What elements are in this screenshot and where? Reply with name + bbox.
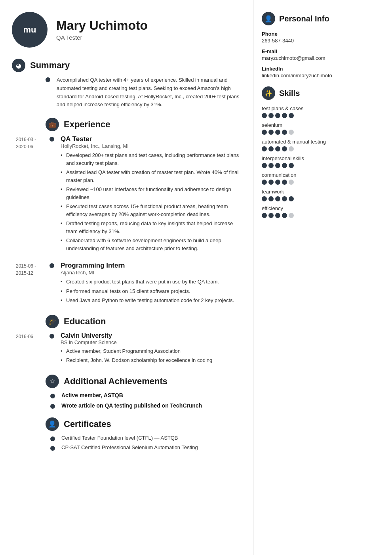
left-column: mu Mary Uchimoto QA Tester ◕ Summary Acc… [0, 0, 253, 555]
skill-dots [262, 180, 384, 185]
job-bullet: Used Java and Python to write testing au… [61, 297, 245, 304]
dot-filled [282, 130, 287, 135]
summary-bullet-dot [46, 77, 50, 82]
summary-icon: ◕ [12, 59, 25, 72]
summary-section: ◕ Summary Accomplished QA tester with 4+… [12, 59, 245, 109]
dot-filled [282, 146, 287, 151]
dot-filled [275, 146, 280, 151]
job-dot-1 [49, 137, 54, 142]
dot-filled [275, 113, 280, 118]
skill-dots [262, 163, 384, 168]
job-bullet: Created six product test plans that were… [61, 278, 245, 286]
phone-value: 269-587-3440 [262, 38, 384, 44]
skills-title: Skills [279, 89, 300, 98]
personal-info-title: Personal Info [279, 14, 329, 23]
edu-date-1: 2016-06 [16, 332, 49, 366]
job-bullet: Collaborated with 6 software development… [61, 237, 245, 252]
skill-name: interpersonal skills [262, 155, 384, 161]
dot-filled [275, 130, 280, 135]
skill-item-6: efficiency [262, 205, 384, 218]
achievement-item-1: Active member, ASTQB [12, 392, 245, 398]
job-bullet: Developed 200+ test plans and test cases… [61, 151, 245, 167]
skills-list: test plans & casesseleniumautomated & ma… [262, 105, 384, 218]
job-company-2: AljanaTech, MI [61, 270, 245, 276]
education-title: Education [64, 316, 106, 327]
email-value: maryzuchimoto@gmail.com [262, 55, 384, 61]
dot-filled [262, 180, 267, 185]
summary-text: Accomplished QA tester with 4+ years of … [57, 76, 245, 109]
job-bullet: Performed manual tests on 15 client soft… [61, 287, 245, 295]
experience-timeline: 2016-03 - 2020-06 QA Tester HollyRocket,… [12, 135, 245, 306]
dot-filled [289, 196, 294, 201]
dot-filled [268, 146, 274, 151]
experience-section-header: 💼 Experience [12, 118, 245, 131]
education-section: 🎓 Education 2016-06 Calvin University BS… [12, 315, 245, 366]
dot-filled [282, 163, 287, 168]
achievements-title: Additional Achievements [64, 376, 167, 387]
job-bullet: Reviewed ~100 user interfaces for functi… [61, 186, 245, 201]
cert-dot-2 [50, 446, 55, 451]
skill-name: automated & manual testing [262, 139, 384, 145]
skill-dots [262, 196, 384, 201]
email-label: E-mail [262, 48, 384, 54]
dot-filled [275, 213, 280, 218]
candidate-title: QA Tester [56, 34, 148, 41]
dot-filled [268, 163, 274, 168]
achievements-section: ☆ Additional Achievements Active member,… [12, 375, 245, 409]
skill-name: teamwork [262, 189, 384, 195]
achievement-dot-2 [50, 404, 55, 409]
cert-text-1: Certified Tester Foundation level (CTFL)… [61, 435, 178, 441]
skill-item-0: test plans & cases [262, 105, 384, 118]
dot-filled [268, 213, 274, 218]
job-company-1: HollyRocket, Inc., Lansing, MI [61, 143, 245, 149]
skills-section: ✨ Skills test plans & casesseleniumautom… [262, 86, 384, 218]
dot-filled [262, 113, 267, 118]
job-bullets-1: Developed 200+ test plans and test cases… [61, 151, 245, 252]
achievements-section-header: ☆ Additional Achievements [12, 375, 245, 388]
edu-item-1: 2016-06 Calvin University BS in Computer… [16, 332, 245, 366]
edu-content-1: Calvin University BS in Computer Science… [61, 332, 245, 366]
personal-info-icon: 👤 [262, 12, 275, 25]
achievement-item-2: Wrote article on QA testing published on… [12, 402, 245, 409]
dot-filled [282, 113, 287, 118]
dot-filled [275, 163, 280, 168]
job-dot-2 [49, 263, 54, 268]
experience-icon: 💼 [46, 118, 59, 131]
dot-filled [268, 180, 274, 185]
education-timeline: 2016-06 Calvin University BS in Computer… [12, 332, 245, 366]
dot-filled [268, 196, 274, 201]
skill-item-5: teamwork [262, 189, 384, 201]
edu-school-1: Calvin University [61, 332, 245, 339]
certificates-title: Certificates [64, 419, 111, 429]
dot-filled [282, 180, 287, 185]
certificates-section: 👤 Certificates Certified Tester Foundati… [12, 417, 245, 451]
education-icon: 🎓 [46, 315, 59, 328]
achievement-text-1: Active member, ASTQB [61, 392, 123, 398]
avatar: mu [12, 12, 48, 48]
job-content-1: QA Tester HollyRocket, Inc., Lansing, MI… [61, 135, 245, 254]
job-title-1: QA Tester [61, 135, 245, 143]
job-bullet: Executed test cases across 15+ functiona… [61, 203, 245, 218]
cert-dot-1 [50, 436, 55, 441]
right-column: 👤 Personal Info Phone 269-587-3440 E-mai… [253, 0, 392, 555]
certificates-section-header: 👤 Certificates [12, 417, 245, 431]
cert-item-1: Certified Tester Foundation level (CTFL)… [12, 435, 245, 441]
experience-section: 💼 Experience 2016-03 - 2020-06 QA Tester… [12, 118, 245, 306]
dot-filled [262, 163, 267, 168]
edu-bullet: Active member, Student Programming Assoc… [61, 347, 245, 355]
achievement-dot-1 [50, 394, 55, 398]
candidate-name: Mary Uchimoto [56, 19, 148, 33]
dot-filled [262, 146, 267, 151]
skill-item-3: interpersonal skills [262, 155, 384, 168]
achievements-icon: ☆ [46, 375, 59, 388]
phone-label: Phone [262, 31, 384, 37]
personal-info-header: 👤 Personal Info [262, 12, 384, 25]
summary-section-header: ◕ Summary [12, 59, 245, 72]
info-phone: Phone 269-587-3440 [262, 31, 384, 44]
skills-header: ✨ Skills [262, 86, 384, 100]
skill-dots [262, 130, 384, 135]
dot-empty [289, 146, 294, 151]
job-content-2: Programming Intern AljanaTech, MI Create… [61, 262, 245, 306]
certificates-icon: 👤 [46, 417, 59, 431]
header-text: Mary Uchimoto QA Tester [56, 19, 148, 41]
